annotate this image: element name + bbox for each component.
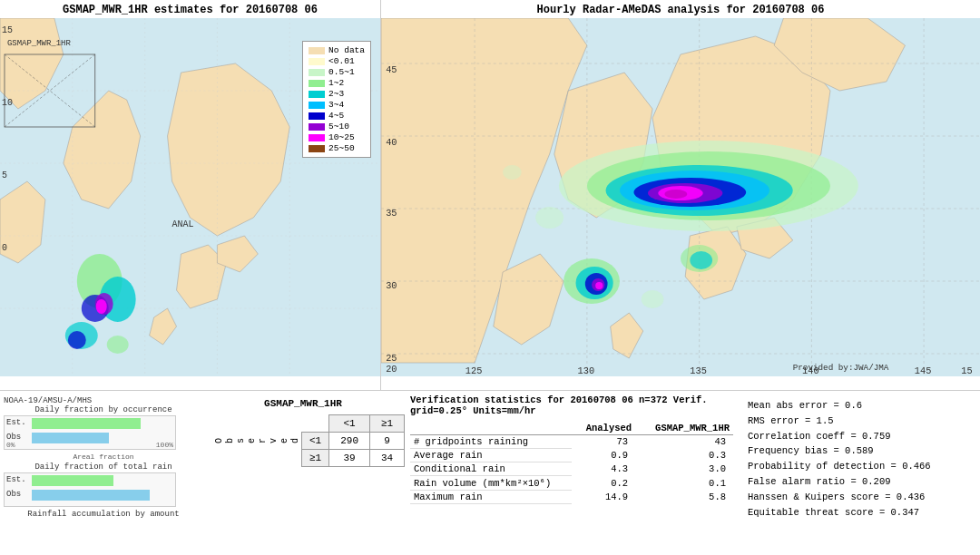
col-ge1: ≥1 (370, 415, 405, 433)
axis-start-1: 0% (6, 441, 15, 449)
legend-label-3-4: 3~4 (328, 100, 344, 110)
legend-label-2-3: 2~3 (328, 89, 344, 99)
row-analysed-4: 14.9 (572, 491, 635, 504)
svg-text:15: 15 (2, 25, 13, 35)
legend-10-25: 10~25 (309, 132, 365, 142)
svg-text:15: 15 (961, 366, 972, 376)
val-01: 9 (370, 433, 405, 450)
legend-color-lt001 (309, 58, 325, 65)
col-header-gsmap: GSMAP_MWR_1HR (635, 422, 733, 435)
legend-label-1-2: 1~2 (328, 78, 344, 88)
prob-of-detection: Probability of detection = 0.466 (748, 459, 969, 474)
chart1-label: Daily fraction by occurrence (4, 405, 203, 414)
right-map-title: Hourly Radar-AMeDAS analysis for 2016070… (381, 0, 980, 18)
legend-3-4: 3~4 (309, 100, 365, 110)
val-10: 39 (329, 450, 370, 467)
svg-point-68 (690, 251, 712, 269)
frequency-bias: Frequency bias = 0.589 (748, 443, 969, 459)
row-analysed-2: 4.3 (572, 462, 635, 476)
row-label-2: Conditional rain (410, 462, 572, 476)
areal-fraction-label: Areal fraction (4, 453, 203, 461)
val-00: 290 (329, 433, 370, 450)
verification-table: Analysed GSMAP_MWR_1HR # gridpoints rain… (410, 422, 733, 504)
svg-text:25: 25 (386, 354, 397, 364)
svg-text:20: 20 (386, 365, 397, 375)
legend-label-5-10: 5~10 (328, 122, 349, 131)
row-label-4: Maximum rain (410, 491, 572, 504)
row-label-1: Average rain (410, 449, 572, 462)
row-label-0: # gridpoints raining (410, 435, 572, 449)
bottom-left-charts: NOAA-19/AMSU-A/MHS Daily fraction by occ… (4, 394, 203, 551)
left-map-title: GSMAP_MWR_1HR estimates for 20160708 06 (0, 0, 380, 18)
svg-text:GSMAP_MWR_1HR: GSMAP_MWR_1HR (7, 39, 72, 48)
legend-label-10-25: 10~25 (328, 132, 355, 142)
ct-title: GSMAP_MWR_1HR (211, 398, 396, 409)
equitable-threat: Equitable threat score = 0.347 (748, 505, 969, 521)
row-analysed-0: 73 (572, 435, 635, 449)
legend-label-4-5: 4~5 (328, 111, 344, 121)
noaa-label: NOAA-19/AMSU-A/MHS (4, 396, 203, 405)
est-bar-1 (32, 418, 141, 429)
false-alarm-ratio: False alarm ratio = 0.209 (748, 474, 969, 490)
val-11: 34 (370, 450, 405, 467)
legend-color-1-2 (309, 80, 325, 87)
row-analysed-1: 0.9 (572, 449, 635, 462)
legend-color-10-25 (309, 134, 325, 141)
chart2-label: Daily fraction of total rain (4, 462, 203, 472)
legend-nodata: No data (309, 45, 365, 55)
correlation-coeff: Correlation coeff = 0.759 (748, 429, 969, 444)
verification-stats-panel: Verification statistics for 20160708 06 … (403, 394, 740, 551)
row-ge1: ≥1 (302, 450, 329, 467)
legend-25-50: 25~50 (309, 143, 365, 153)
legend-label-nodata: No data (328, 45, 365, 55)
legend-05-1: 0.5~1 (309, 67, 365, 77)
est-label-2: Est. (6, 475, 26, 484)
svg-point-22 (96, 299, 107, 314)
svg-point-66 (595, 282, 603, 289)
svg-text:45: 45 (386, 65, 397, 75)
left-map-area: No data <0.01 0.5~1 1~2 (0, 18, 380, 376)
chart3-label: Rainfall accumulation by amount (4, 510, 203, 519)
legend-1-2: 1~2 (309, 78, 365, 88)
row-analysed-3: 0.2 (572, 476, 635, 491)
row-gsmap-3: 0.1 (635, 476, 733, 491)
verification-title: Verification statistics for 20160708 06 … (410, 394, 733, 416)
est-label-1: Est. (6, 418, 26, 427)
rms-error: RMS error = 1.5 (748, 414, 969, 429)
legend-color-5-10 (309, 123, 325, 131)
legend-color-3-4 (309, 102, 325, 109)
legend-label-lt001: <0.01 (328, 56, 355, 66)
observed-axis-label: Observed (211, 438, 301, 443)
svg-text:35: 35 (386, 209, 397, 219)
svg-point-70 (642, 290, 664, 308)
legend-color-05-1 (309, 69, 325, 76)
row-gsmap-4: 5.8 (635, 491, 733, 504)
legend-2-3: 2~3 (309, 89, 365, 99)
main-container: GSMAP_MWR_1HR estimates for 20160708 06 … (0, 0, 980, 555)
svg-point-25 (107, 336, 129, 354)
svg-point-24 (68, 331, 86, 349)
mean-abs-error: Mean abs error = 0.6 (748, 398, 969, 414)
legend-label-05-1: 0.5~1 (328, 67, 355, 77)
svg-text:Provided by:JWA/JMA: Provided by:JWA/JMA (793, 363, 889, 373)
row-lt1: <1 (302, 433, 329, 450)
svg-text:130: 130 (578, 366, 595, 376)
axis-end-label: 100% (156, 441, 173, 449)
row-gsmap-2: 3.0 (635, 462, 733, 476)
svg-text:5: 5 (2, 170, 7, 180)
right-map-panel: Hourly Radar-AMeDAS analysis for 2016070… (381, 0, 980, 390)
obs-bar-2 (32, 490, 150, 501)
svg-point-61 (664, 190, 687, 199)
legend-lt001: <0.01 (309, 56, 365, 66)
svg-text:ANAL: ANAL (172, 219, 194, 229)
legend-color-2-3 (309, 91, 325, 98)
legend-4-5: 4~5 (309, 111, 365, 121)
contingency-table: <1 ≥1 <1 290 9 ≥1 39 34 (301, 414, 405, 467)
top-section: GSMAP_MWR_1HR estimates for 20160708 06 … (0, 0, 980, 390)
contingency-table-panel: GSMAP_MWR_1HR Observed <1 ≥1 <1 290 9 (203, 394, 403, 551)
row-gsmap-1: 0.3 (635, 449, 733, 462)
hanssen-kuipers: Hanssen & Kuipers score = 0.436 (748, 490, 969, 505)
row-label-3: Rain volume (mm*km²×10⁶) (410, 476, 572, 491)
svg-text:125: 125 (466, 366, 483, 376)
est-bar-2 (32, 475, 113, 486)
